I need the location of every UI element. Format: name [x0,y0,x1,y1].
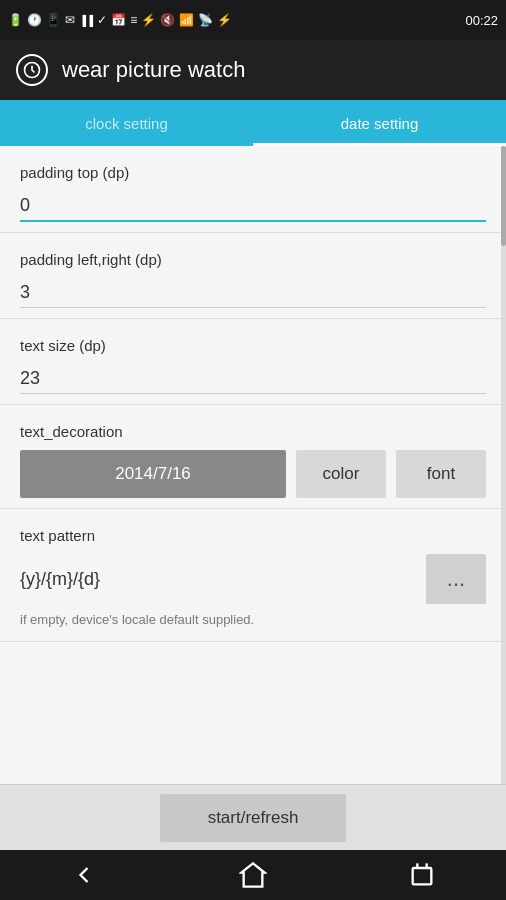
tab-date-label: date setting [341,115,419,132]
status-bar: 🔋 🕐 📱 ✉ ▐▐ ✓ 📅 ≡ ⚡ 🔇 📶 📡 ⚡ 00:22 [0,0,506,40]
app-icon [16,54,48,86]
scroll-thumb[interactable] [501,146,506,246]
app-bar: wear picture watch [0,40,506,100]
decoration-preview-button[interactable]: 2014/7/16 [20,450,286,498]
svg-marker-1 [241,863,264,886]
svg-rect-2 [412,868,431,884]
tab-clock-setting[interactable]: clock setting [0,100,253,146]
battery-full-icon: 🔋 [8,13,23,27]
pattern-ellipsis-button[interactable]: ... [426,554,486,604]
back-button[interactable] [70,861,98,889]
bluetooth-icon: ⚡ [141,13,156,27]
clock-status-icon: 🕐 [27,13,42,27]
padding-lr-input[interactable] [20,278,486,308]
cell-signal-icon: 📡 [198,13,213,27]
text-size-label: text size (dp) [20,337,486,354]
wifi-icon: 📶 [179,13,194,27]
status-right: 00:22 [465,13,498,28]
time-display: 00:22 [465,13,498,28]
text-decoration-label: text_decoration [20,423,486,440]
mute-icon: 🔇 [160,13,175,27]
text-size-input[interactable] [20,364,486,394]
tab-date-setting[interactable]: date setting [253,100,506,146]
check-icon: ✓ [97,13,107,27]
padding-lr-group: padding left,right (dp) [0,233,506,319]
bottom-area: start/refresh [0,784,506,850]
status-left: 🔋 🕐 📱 ✉ ▐▐ ✓ 📅 ≡ ⚡ 🔇 📶 📡 ⚡ [8,13,232,27]
recent-icon [408,861,436,889]
bars-icon: ≡ [130,13,137,27]
color-button[interactable]: color [296,450,386,498]
padding-top-group: padding top (dp) [0,146,506,233]
battery-charging-icon: ⚡ [217,13,232,27]
home-button[interactable] [239,861,267,889]
calendar-icon: 📅 [111,13,126,27]
text-pattern-group: text pattern {y}/{m}/{d} ... if empty, d… [0,509,506,642]
signal-bars-icon: ▐▐ [79,15,93,26]
recent-button[interactable] [408,861,436,889]
text-decoration-group: text_decoration 2014/7/16 color font [0,405,506,509]
scroll-track [501,146,506,784]
decoration-buttons-row: 2014/7/16 color font [20,450,486,498]
font-button[interactable]: font [396,450,486,498]
pattern-value: {y}/{m}/{d} [20,569,100,590]
pattern-row: {y}/{m}/{d} ... [20,554,486,604]
text-pattern-label: text pattern [20,527,486,544]
app-title: wear picture watch [62,57,245,83]
text-size-group: text size (dp) [0,319,506,405]
padding-top-label: padding top (dp) [20,164,486,181]
tab-bar: clock setting date setting [0,100,506,146]
back-icon [70,861,98,889]
mail-icon: ✉ [65,13,75,27]
pattern-hint: if empty, device's locale default suppli… [20,612,486,631]
home-icon [239,861,267,889]
main-content: padding top (dp) padding left,right (dp)… [0,146,506,784]
start-refresh-button[interactable]: start/refresh [160,794,347,842]
padding-top-input[interactable] [20,191,486,222]
phone-icon: 📱 [46,13,61,27]
tab-clock-label: clock setting [85,115,168,132]
nav-bar [0,850,506,900]
padding-lr-label: padding left,right (dp) [20,251,486,268]
